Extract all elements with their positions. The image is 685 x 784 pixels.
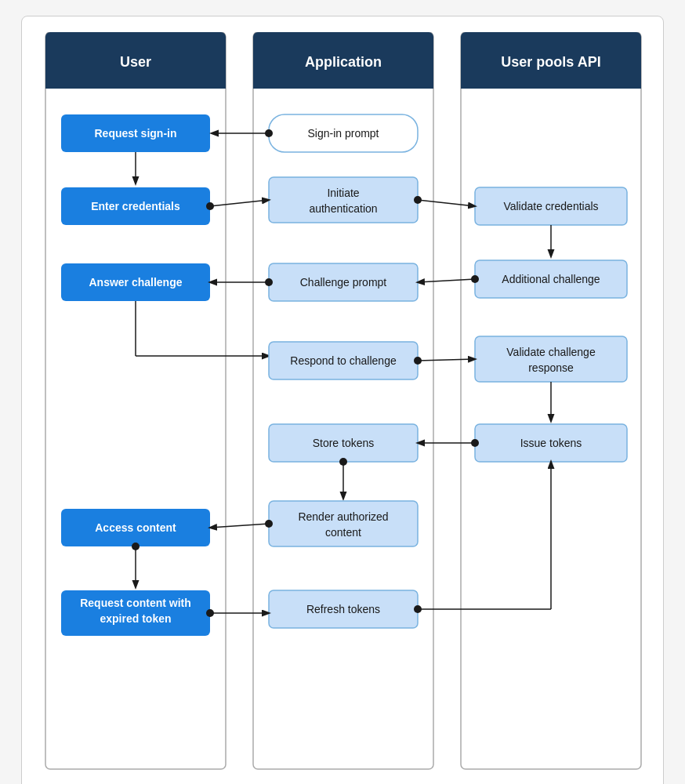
store-tokens-label: Store tokens bbox=[313, 437, 375, 449]
access-content-label: Access content bbox=[95, 521, 176, 534]
issue-tokens-label: Issue tokens bbox=[520, 437, 582, 449]
col2-header: Application bbox=[305, 54, 382, 70]
signin-prompt-label: Sign-in prompt bbox=[307, 127, 379, 140]
request-expired-label: Request content with bbox=[80, 597, 191, 609]
request-signin-label: Request sign-in bbox=[94, 127, 176, 140]
svg-rect-15 bbox=[269, 177, 418, 223]
refresh-tokens-label: Refresh tokens bbox=[306, 603, 380, 615]
svg-rect-32 bbox=[475, 336, 627, 382]
initiate-auth-label2: authentication bbox=[309, 202, 377, 215]
render-authorized-label2: content bbox=[325, 526, 361, 539]
challenge-prompt-label: Challenge prompt bbox=[300, 276, 387, 289]
enter-credentials-label: Enter credentials bbox=[91, 200, 180, 212]
request-expired-label2: expired token bbox=[100, 612, 171, 625]
additional-challenge-label: Additional challenge bbox=[502, 273, 600, 285]
diagram-svg: User Application User pools API Request … bbox=[38, 32, 649, 777]
validate-challenge-label2: response bbox=[528, 361, 574, 374]
validate-creds-label: Validate credentials bbox=[503, 200, 598, 212]
respond-challenge-label: Respond to challenge bbox=[290, 354, 397, 367]
validate-challenge-label: Validate challenge bbox=[506, 346, 596, 358]
render-authorized-label: Render authorized bbox=[298, 510, 388, 523]
initiate-auth-label: Initiate bbox=[327, 187, 359, 199]
svg-rect-42 bbox=[269, 501, 418, 546]
svg-point-12 bbox=[265, 129, 273, 137]
col1-header: User bbox=[120, 54, 151, 70]
diagram-container: User Application User pools API Request … bbox=[21, 16, 664, 784]
col3-header: User pools API bbox=[501, 54, 600, 70]
answer-challenge-label: Answer challenge bbox=[89, 276, 182, 289]
